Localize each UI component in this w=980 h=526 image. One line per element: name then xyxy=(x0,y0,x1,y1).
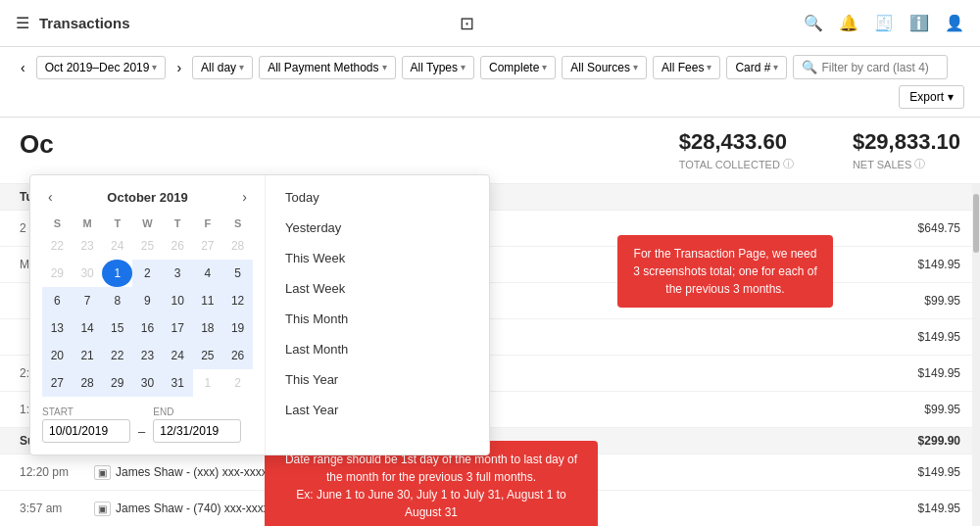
chevron-down-icon-7: ▾ xyxy=(707,62,711,72)
calendar-day-cell[interactable]: 24 xyxy=(102,232,132,260)
all-sources-filter[interactable]: All Sources ▾ xyxy=(562,56,647,79)
start-date-input[interactable] xyxy=(42,419,130,443)
calendar-day-cell[interactable]: 3 xyxy=(163,260,193,287)
quick-select-option[interactable]: Last Year xyxy=(273,396,395,424)
calendar-day-cell[interactable]: 18 xyxy=(193,314,223,342)
date-range-inputs: START – END xyxy=(42,406,253,443)
all-types-filter[interactable]: All Types ▾ xyxy=(402,56,474,79)
search-icon[interactable]: 🔍 xyxy=(804,14,823,32)
calendar-day-cell[interactable]: 25 xyxy=(193,342,223,369)
quick-select-option[interactable]: Last Month xyxy=(273,335,395,363)
payment-methods-filter[interactable]: All Payment Methods ▾ xyxy=(259,56,395,79)
calendar-day-cell[interactable]: 6 xyxy=(42,287,73,314)
menu-icon[interactable]: ☰ xyxy=(16,14,29,32)
calendar-day-cell[interactable]: 20 xyxy=(42,342,73,369)
calendar-day-cell[interactable]: 15 xyxy=(102,314,132,342)
calendar-day-cell[interactable]: 27 xyxy=(42,369,73,397)
calendar-day-cell[interactable]: 31 xyxy=(163,369,193,397)
bell-icon[interactable]: 🔔 xyxy=(839,14,858,32)
cal-day-header: W xyxy=(132,215,163,232)
calendar-day-cell[interactable]: 29 xyxy=(42,260,73,287)
calendar-day-cell[interactable]: 13 xyxy=(42,314,73,342)
calendar-day-cell[interactable]: 19 xyxy=(222,314,253,342)
quick-select-option[interactable]: Last Week xyxy=(273,274,395,303)
calendar-day-cell[interactable]: 23 xyxy=(132,342,163,369)
calendar-next-button[interactable]: › xyxy=(236,187,253,207)
calendar-day-cell[interactable]: 8 xyxy=(102,287,132,314)
export-button[interactable]: Export ▾ xyxy=(899,85,964,109)
calendar-day-cell[interactable]: 1 xyxy=(102,260,132,287)
date-range-label: Oct 2019–Dec 2019 xyxy=(45,61,150,74)
chevron-down-icon-5: ▾ xyxy=(542,62,547,72)
cal-day-header: S xyxy=(42,215,73,232)
calendar-day-cell[interactable]: 4 xyxy=(193,260,223,287)
main-content: Oc $28,433.60 TOTAL COLLECTED ⓘ $29,833.… xyxy=(0,118,980,526)
calendar-day-cell[interactable]: 12 xyxy=(222,287,253,314)
calendar-day-cell[interactable]: 10 xyxy=(163,287,193,314)
calendar-day-cell[interactable]: 28 xyxy=(222,232,253,260)
start-date-label: START xyxy=(42,406,130,417)
calendar-day-cell[interactable]: 7 xyxy=(73,287,103,314)
calendar-day-cell[interactable]: 2 xyxy=(222,369,253,397)
calendar-day-cell[interactable]: 11 xyxy=(193,287,223,314)
scrollbar-thumb[interactable] xyxy=(973,194,979,253)
total-collected-stat: $28,433.60 TOTAL COLLECTED ⓘ xyxy=(679,129,794,171)
calendar-day-cell[interactable]: 30 xyxy=(132,369,163,397)
logo-area: ⊡ xyxy=(460,13,474,34)
net-sales-label: NET SALES ⓘ xyxy=(853,157,960,171)
chevron-down-icon: ▾ xyxy=(152,62,157,72)
calendar-day-cell[interactable]: 1 xyxy=(193,369,223,397)
quick-select-option[interactable]: This Month xyxy=(273,305,395,333)
page-title: Oc xyxy=(20,129,54,160)
chevron-down-icon-8: ▾ xyxy=(773,62,778,72)
card-hash-filter[interactable]: Card # ▾ xyxy=(726,56,787,79)
date-group-amount-2: $299.90 xyxy=(918,434,960,448)
date-prev-button[interactable]: ‹ xyxy=(16,58,30,77)
end-date-input[interactable] xyxy=(153,419,241,443)
tx-amount: $149.95 xyxy=(882,366,960,380)
quick-select-option[interactable]: Today xyxy=(273,183,395,212)
calendar-day-cell[interactable]: 28 xyxy=(73,369,103,397)
calendar-day-cell[interactable]: 30 xyxy=(73,260,103,287)
calendar-day-cell[interactable]: 25 xyxy=(132,232,163,260)
receipt-icon[interactable]: 🧾 xyxy=(874,14,894,32)
date-range-filter[interactable]: Oct 2019–Dec 2019 ▾ xyxy=(36,56,167,79)
card-search-field[interactable]: 🔍 xyxy=(793,55,948,79)
calendar-day-cell[interactable]: 24 xyxy=(163,342,193,369)
calendar-day-cell[interactable]: 5 xyxy=(222,260,253,287)
quick-select-option[interactable]: Yesterday xyxy=(273,214,395,242)
quick-select-option[interactable]: This Year xyxy=(273,365,395,394)
calendar-day-cell[interactable]: 14 xyxy=(73,314,103,342)
all-day-filter[interactable]: All day ▾ xyxy=(192,56,253,79)
quick-select-option[interactable]: This Week xyxy=(273,244,395,272)
net-sales-stat: $29,833.10 NET SALES ⓘ xyxy=(853,129,960,171)
complete-filter[interactable]: Complete ▾ xyxy=(480,56,556,79)
calendar-day-cell[interactable]: 17 xyxy=(163,314,193,342)
calendar-day-cell[interactable]: 9 xyxy=(132,287,163,314)
calendar-day-cell[interactable]: 22 xyxy=(42,232,73,260)
calendar-prev-button[interactable]: ‹ xyxy=(42,187,59,207)
tx-amount: $99.95 xyxy=(882,294,960,308)
calendar-day-cell[interactable]: 26 xyxy=(222,342,253,369)
user-avatar[interactable]: 👤 xyxy=(945,14,964,32)
info-icon[interactable]: ℹ️ xyxy=(909,14,929,32)
calendar-day-cell[interactable]: 26 xyxy=(163,232,193,260)
scrollbar-track[interactable] xyxy=(972,184,980,526)
search-icon-2: 🔍 xyxy=(802,60,817,74)
card-search-input[interactable] xyxy=(821,61,939,74)
calendar-day-cell[interactable]: 27 xyxy=(193,232,223,260)
calendar-day-cell[interactable]: 2 xyxy=(132,260,163,287)
tx-amount: $149.95 xyxy=(882,502,960,515)
calendar-dropdown: ‹ October 2019 › SMTWTFS 222324252627282… xyxy=(29,174,490,455)
calendar-day-cell[interactable]: 16 xyxy=(132,314,163,342)
info-circle-icon-2: ⓘ xyxy=(914,157,925,171)
date-next-button[interactable]: › xyxy=(172,58,186,77)
calendar-day-cell[interactable]: 22 xyxy=(102,342,132,369)
all-fees-filter[interactable]: All Fees ▾ xyxy=(653,56,720,79)
start-date-field: START xyxy=(42,406,130,443)
chevron-down-icon-6: ▾ xyxy=(633,62,638,72)
chevron-down-icon-2: ▾ xyxy=(239,62,244,72)
calendar-day-cell[interactable]: 21 xyxy=(73,342,103,369)
calendar-day-cell[interactable]: 29 xyxy=(102,369,132,397)
calendar-day-cell[interactable]: 23 xyxy=(73,232,103,260)
